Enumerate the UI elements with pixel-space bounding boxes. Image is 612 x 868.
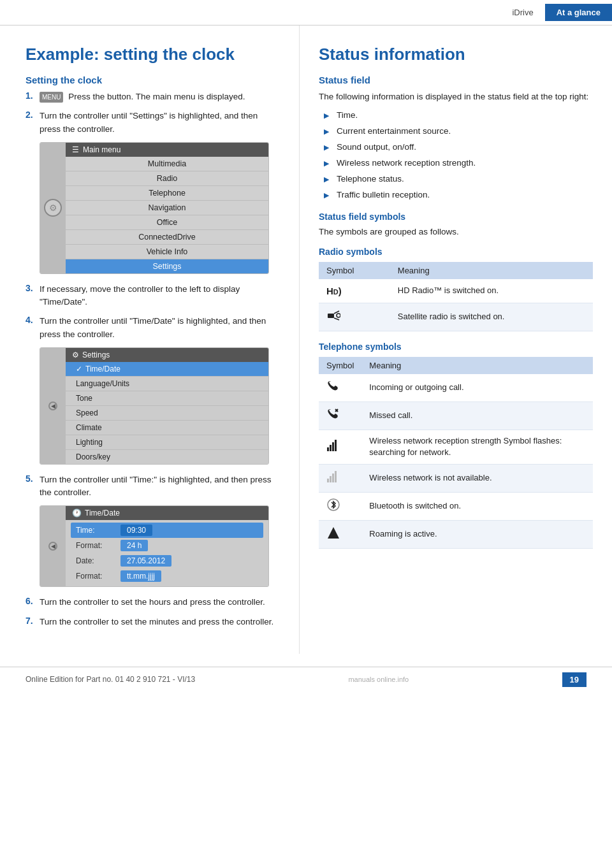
bullet-entertainment: ▶ Current entertainment source. bbox=[324, 126, 593, 138]
time-value: 09:30 bbox=[120, 524, 152, 536]
bullet-telephone-text: Telephone status. bbox=[337, 173, 404, 185]
tel-symbol-bluetooth bbox=[319, 492, 361, 520]
date-label: Date: bbox=[76, 556, 120, 565]
settings-right-panel: ⚙ Settings ✓ Time/Date Language/Units To… bbox=[66, 348, 268, 464]
bullet-wireless: ▶ Wireless network reception strength. bbox=[324, 157, 593, 170]
radio-table-header-meaning: Meaning bbox=[390, 262, 593, 279]
settings-items: ✓ Time/Date Language/Units Tone Speed Cl… bbox=[66, 362, 268, 464]
step-3-text: If necessary, move the controller to the… bbox=[40, 283, 281, 309]
svg-marker-13 bbox=[328, 527, 339, 539]
timedate-row-time: Time: 09:30 bbox=[71, 523, 263, 538]
step-4: 4. Turn the controller until "Time/Date"… bbox=[26, 315, 281, 341]
settings-left-panel: ◀ bbox=[40, 348, 66, 464]
settings-item-speed: Speed bbox=[66, 406, 268, 421]
tel-row-missed: Missed call. bbox=[319, 401, 593, 430]
footer-page: 19 bbox=[562, 672, 586, 687]
settings-item-language: Language/Units bbox=[66, 377, 268, 391]
menu-item-office: Office bbox=[66, 215, 268, 230]
status-field-desc: The following information is displayed i… bbox=[319, 90, 593, 103]
menu-item-navigation: Navigation bbox=[66, 201, 268, 215]
header-ataglance-label: At a glance bbox=[545, 4, 612, 21]
timedate-row-format2: Format: tt.mm.jjjj bbox=[66, 568, 268, 584]
main-menu-title: Main menu bbox=[83, 145, 120, 154]
timedate-icon: 🕐 bbox=[72, 509, 82, 517]
main-content: Example: setting the clock Setting the c… bbox=[0, 25, 612, 654]
left-section-title: Example: setting the clock bbox=[26, 45, 281, 64]
bluetooth-icon bbox=[326, 498, 340, 512]
tel-row-bluetooth: Bluetooth is switched on. bbox=[319, 492, 593, 520]
tel-row-roaming: Roaming is active. bbox=[319, 520, 593, 548]
phone-icon bbox=[326, 379, 340, 393]
bullet-arrow-1: ▶ bbox=[324, 111, 332, 120]
bullet-arrow-4: ▶ bbox=[324, 159, 332, 168]
tel-meaning-roaming: Roaming is active. bbox=[361, 520, 593, 548]
svg-rect-11 bbox=[335, 471, 337, 482]
settings-item-lighting: Lighting bbox=[66, 435, 268, 450]
step-3: 3. If necessary, move the controller to … bbox=[26, 283, 281, 309]
tel-symbol-call bbox=[319, 374, 361, 402]
signal-none-icon bbox=[326, 470, 340, 484]
header-idrive-label: iDrive bbox=[500, 4, 544, 21]
step-2-text: Turn the controller until "Settings" is … bbox=[40, 110, 281, 136]
settings-gear-icon: ⚙ bbox=[72, 351, 79, 359]
page-header: iDrive At a glance bbox=[0, 0, 612, 25]
header-nav: iDrive At a glance bbox=[500, 4, 612, 21]
step-6: 6. Turn the controller to set the hours … bbox=[26, 596, 281, 609]
menu-items: Multimedia Radio Telephone Navigation Of… bbox=[66, 157, 268, 273]
timedate-screenshot: ◀ 🕐 Time/Date Time: 09:30 Format: bbox=[40, 505, 269, 587]
step-5: 5. Turn the controller until "Time:" is … bbox=[26, 474, 281, 500]
menu-item-connecteddrive: ConnectedDrive bbox=[66, 230, 268, 245]
menu-side-panel: ⚙ bbox=[40, 143, 66, 273]
format2-value: tt.mm.jjjj bbox=[120, 570, 161, 582]
bullet-arrow-2: ▶ bbox=[324, 127, 332, 136]
svg-rect-4 bbox=[327, 447, 329, 451]
settings-title: Settings bbox=[82, 351, 110, 359]
step-list-2: 3. If necessary, move the controller to … bbox=[26, 283, 281, 341]
page-footer: Online Edition for Part no. 01 40 2 910 … bbox=[0, 667, 612, 692]
tel-meaning-signal-strong: Wireless network reception strength Symb… bbox=[361, 430, 593, 464]
timedate-title-bar: 🕐 Time/Date bbox=[66, 506, 268, 520]
settings-screenshot: ◀ ⚙ Settings ✓ Time/Date Language/Units … bbox=[40, 347, 269, 465]
radio-symbol-satellite bbox=[319, 303, 390, 331]
menu-item-radio: Radio bbox=[66, 171, 268, 186]
settings-item-climate: Climate bbox=[66, 421, 268, 435]
menu-item-multimedia: Multimedia bbox=[66, 157, 268, 171]
tel-table-header-symbol: Symbol bbox=[319, 357, 361, 374]
step-1-num: 1. bbox=[26, 90, 40, 101]
radio-table-row-satellite: Satellite radio is switched on. bbox=[319, 303, 593, 331]
checkmark-icon: ✓ bbox=[76, 365, 82, 373]
step-3-num: 3. bbox=[26, 283, 40, 293]
step-7-text: Turn the controller to set the minutes a… bbox=[40, 616, 273, 628]
radio-symbol-table: Symbol Meaning HD) HD Radio™ is switched… bbox=[319, 262, 593, 331]
bullet-arrow-3: ▶ bbox=[324, 143, 332, 152]
tel-row-call: Incoming or outgoing call. bbox=[319, 374, 593, 402]
svg-rect-10 bbox=[332, 474, 334, 482]
svg-line-2 bbox=[334, 318, 339, 320]
status-field-symbols-title: Status field symbols bbox=[319, 212, 593, 222]
telephone-symbols-title: Telephone symbols bbox=[319, 342, 593, 352]
step-5-text: Turn the controller until "Time:" is hig… bbox=[40, 474, 281, 500]
svg-rect-5 bbox=[330, 445, 332, 451]
step-2-num: 2. bbox=[26, 110, 40, 120]
menu-list-icon: ☰ bbox=[72, 145, 79, 154]
step-1-text: MENU Press the button. The main menu is … bbox=[40, 90, 245, 103]
right-column: Status information Status field The foll… bbox=[300, 25, 612, 654]
bullet-telephone: ▶ Telephone status. bbox=[324, 173, 593, 185]
bullet-traffic-text: Traffic bulletin reception. bbox=[337, 189, 430, 201]
svg-rect-9 bbox=[330, 476, 332, 482]
svg-rect-8 bbox=[327, 479, 329, 482]
step-2: 2. Turn the controller until "Settings" … bbox=[26, 110, 281, 136]
bullet-entertainment-text: Current entertainment source. bbox=[337, 126, 451, 138]
step-list: 1. MENU Press the button. The main menu … bbox=[26, 90, 281, 136]
timedate-title: Time/Date bbox=[85, 509, 120, 517]
bullet-time-text: Time. bbox=[337, 110, 358, 122]
format1-value: 24 h bbox=[120, 540, 148, 551]
bullet-arrow-6: ▶ bbox=[324, 191, 332, 200]
step-6-num: 6. bbox=[26, 596, 40, 606]
step-4-num: 4. bbox=[26, 315, 40, 325]
radio-symbol-hd: HD) bbox=[319, 279, 390, 303]
svg-point-3 bbox=[337, 314, 340, 317]
main-menu-title-bar: ☰ Main menu bbox=[66, 143, 268, 157]
status-field-title: Status field bbox=[319, 75, 593, 85]
menu-item-vehicleinfo: Vehicle Info bbox=[66, 245, 268, 259]
